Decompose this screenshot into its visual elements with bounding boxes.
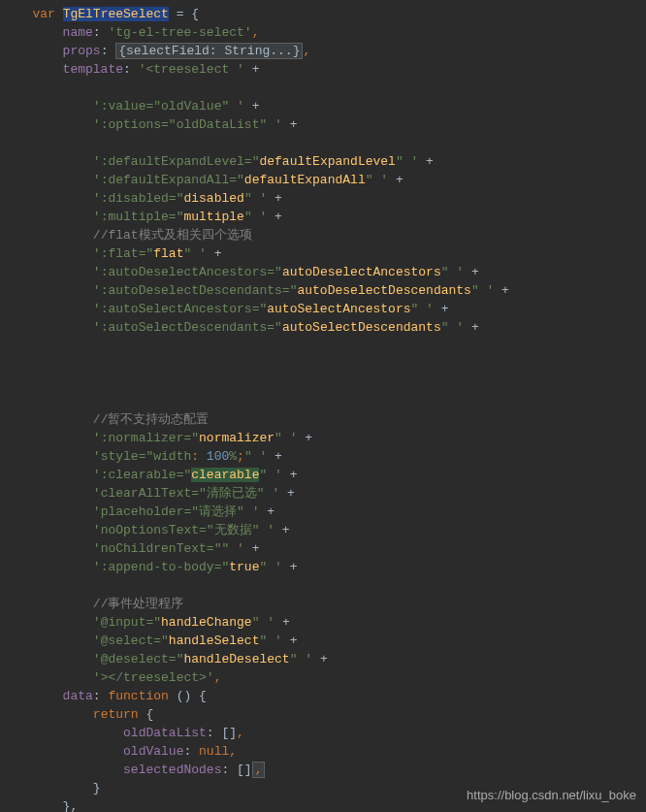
code-line: selectedNodes: [], <box>0 761 646 779</box>
code-line <box>0 134 646 152</box>
code-line: ':multiple="multiple" ' + <box>0 208 646 226</box>
code-line: name: 'tg-el-tree-select', <box>0 23 646 42</box>
code-line: ':normalizer="normalizer" ' + <box>0 429 646 447</box>
code-line <box>0 337 646 355</box>
code-line: ':defaultExpandAll="defaultExpandAll" ' … <box>0 171 646 189</box>
code-line: 'noChildrenText="" ' + <box>0 539 646 558</box>
code-line: ':append-to-body="true" ' + <box>0 558 646 576</box>
watermark: https://blog.csdn.net/lixu_boke <box>467 786 636 804</box>
code-line <box>0 355 646 374</box>
code-line: oldValue: null, <box>0 742 646 761</box>
code-line: 'placeholder="请选择" ' + <box>0 503 646 521</box>
code-line <box>0 374 646 392</box>
code-line: ':options="oldDataList" ' + <box>0 115 646 134</box>
code-line: ':value="oldValue" ' + <box>0 97 646 115</box>
code-line <box>0 576 646 595</box>
code-line: ':clearable="clearable" ' + <box>0 466 646 484</box>
code-line: ':defaultExpandLevel="defaultExpandLevel… <box>0 152 646 171</box>
code-line: template: '<treeselect ' + <box>0 60 646 79</box>
code-line <box>0 392 646 410</box>
code-line: '></treeselect>', <box>0 668 646 687</box>
code-line: 'noOptionsText="无数据" ' + <box>0 521 646 539</box>
code-line: 'style="width: 100%;" ' + <box>0 447 646 466</box>
code-line: oldDataList: [], <box>0 724 646 742</box>
code-line <box>0 79 646 97</box>
code-line: '@select="handleSelect" ' + <box>0 632 646 650</box>
code-line: data: function () { <box>0 687 646 705</box>
code-line: ':autoDeselectDescendants="autoDeselectD… <box>0 281 646 300</box>
code-line: ':autoDeselectAncestors="autoDeselectAnc… <box>0 263 646 281</box>
code-line: ':flat="flat" ' + <box>0 244 646 263</box>
code-line: ':autoSelectAncestors="autoSelectAncesto… <box>0 300 646 318</box>
code-line: return { <box>0 705 646 724</box>
code-line: //事件处理程序 <box>0 595 646 613</box>
code-line: //flat模式及相关四个选项 <box>0 226 646 244</box>
code-line: ':disabled="disabled" ' + <box>0 189 646 208</box>
code-line: 'clearAllText="清除已选" ' + <box>0 484 646 503</box>
code-line: '@deselect="handleDeselect" ' + <box>0 650 646 668</box>
code-line: var TgElTreeSelect = { <box>0 5 646 23</box>
code-editor[interactable]: var TgElTreeSelect = { name: 'tg-el-tree… <box>0 5 646 812</box>
code-line: //暂不支持动态配置 <box>0 410 646 429</box>
code-line: '@input="handleChange" ' + <box>0 613 646 632</box>
code-line: props: {selectField: String...}, <box>0 42 646 60</box>
code-line: ':autoSelectDescendants="autoSelectDesce… <box>0 318 646 337</box>
